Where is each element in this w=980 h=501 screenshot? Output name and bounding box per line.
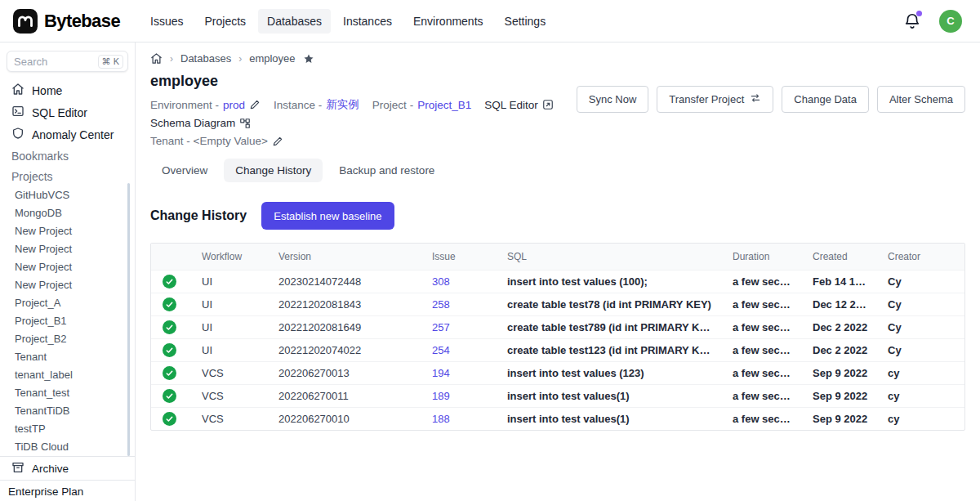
tab-change-history[interactable]: Change History — [224, 159, 323, 182]
issue-link[interactable]: 257 — [432, 321, 450, 333]
sql-cell: create table test789 (id int PRIMARY KEY… — [499, 316, 724, 339]
search-shortcut-badge: ⌘ K — [98, 55, 123, 69]
search-box[interactable]: ⌘ K — [7, 51, 128, 72]
sql-cell: insert into test values(1) — [499, 385, 724, 408]
sidebar-project-item[interactable]: tenant_label — [0, 366, 135, 384]
nav-item-environments[interactable]: Environments — [404, 9, 492, 34]
table-row[interactable]: VCS 202206270011 189 insert into test va… — [151, 385, 964, 408]
column-header: SQL — [499, 244, 724, 271]
issue-link[interactable]: 189 — [432, 390, 450, 402]
issue-link[interactable]: 194 — [432, 367, 450, 379]
page-title: employee — [150, 73, 577, 90]
nav-item-settings[interactable]: Settings — [496, 9, 555, 34]
sidebar-item-label: Home — [32, 84, 62, 97]
instance-link[interactable]: 新实例 — [326, 97, 359, 112]
sidebar-project-item[interactable]: Project_B1 — [0, 312, 135, 330]
notifications-bell-icon[interactable] — [903, 12, 921, 30]
change-data-button[interactable]: Change Data — [782, 86, 869, 113]
main-nav: Issues Projects Databases Instances Envi… — [141, 9, 555, 34]
top-navbar: Bytebase Issues Projects Databases Insta… — [0, 0, 980, 42]
tenant-label: Tenant - <Empty Value> — [150, 135, 268, 147]
table-row[interactable]: UI 20221202074022 254 create table test1… — [151, 339, 964, 362]
creator-cell: cy — [880, 408, 964, 431]
sidebar-item-home[interactable]: Home — [0, 79, 135, 101]
creator-cell: Cy — [880, 339, 964, 362]
duration-cell: a few seconds — [724, 293, 804, 316]
nav-item-databases[interactable]: Databases — [258, 9, 331, 34]
sidebar-project-item[interactable]: testTP — [0, 420, 135, 438]
schema-diagram-icon[interactable] — [239, 118, 251, 129]
sync-now-button[interactable]: Sync Now — [577, 86, 649, 113]
issue-link[interactable]: 254 — [432, 344, 450, 356]
sidebar-project-item[interactable]: TiDB Cloud — [0, 438, 135, 456]
transfer-project-button[interactable]: Transfer Project — [657, 86, 773, 113]
issue-cell: 257 — [424, 316, 499, 339]
success-check-icon — [163, 343, 176, 357]
projects-section-label: Projects — [0, 166, 135, 186]
table-row[interactable]: UI 20230214072448 308 insert into test v… — [151, 271, 964, 293]
issue-link[interactable]: 258 — [432, 298, 450, 311]
project-link[interactable]: Project_B1 — [417, 99, 471, 111]
issue-link[interactable]: 308 — [432, 275, 450, 288]
establish-baseline-button[interactable]: Establish new baseline — [261, 202, 394, 230]
alter-schema-button[interactable]: Alter Schema — [877, 86, 965, 113]
nav-item-issues[interactable]: Issues — [141, 9, 192, 34]
column-header: Version — [270, 244, 424, 271]
sidebar-project-item[interactable]: New Project — [0, 222, 135, 240]
external-link-icon[interactable] — [542, 99, 554, 110]
issue-link[interactable]: 188 — [432, 413, 450, 425]
edit-pencil-icon[interactable] — [272, 136, 283, 147]
brand-name: Bytebase — [44, 11, 120, 32]
sidebar-project-item[interactable]: Project_A — [0, 294, 135, 312]
sidebar-item-label: Anomaly Center — [32, 128, 114, 141]
sidebar-project-item[interactable]: Tenant_test — [0, 384, 135, 402]
table-row[interactable]: VCS 202206270013 194 insert into test va… — [151, 362, 964, 385]
breadcrumb-item-employee[interactable]: employee — [249, 52, 295, 65]
sidebar-item-archive[interactable]: Archive — [0, 457, 135, 480]
sidebar-project-item[interactable]: New Project — [0, 276, 135, 294]
page-head-left: employee Environment - prod Instance - 新… — [150, 73, 577, 147]
table-row[interactable]: UI 20221202081649 257 create table test7… — [151, 316, 964, 339]
column-header: Creator — [880, 244, 964, 271]
environment-label: Environment - — [150, 99, 219, 111]
breadcrumb-separator: › — [170, 53, 173, 65]
tabs: Overview Change History Backup and resto… — [150, 159, 965, 182]
table-row[interactable]: UI 20221202081843 258 create table test7… — [151, 293, 964, 316]
search-input[interactable] — [14, 56, 98, 68]
avatar[interactable]: C — [939, 10, 962, 33]
version-cell: 20221202081843 — [270, 293, 424, 316]
sidebar-project-item[interactable]: Project_B2 — [0, 330, 135, 348]
created-cell: Sep 9 2022 — [804, 362, 880, 385]
tab-overview[interactable]: Overview — [150, 159, 219, 182]
schema-diagram-link-label[interactable]: Schema Diagram — [150, 117, 235, 129]
home-icon — [11, 83, 24, 98]
bookmark-star-icon[interactable] — [303, 53, 314, 65]
sidebar-bottom: Archive Enterprise Plan — [0, 456, 135, 501]
created-cell: Sep 9 2022 — [804, 385, 880, 408]
sidebar-scrollbar[interactable] — [127, 183, 130, 456]
sidebar-item-anomaly-center[interactable]: Anomaly Center — [0, 123, 135, 145]
sidebar-project-item[interactable]: GitHubVCS — [0, 186, 135, 204]
brand[interactable]: Bytebase — [13, 9, 120, 34]
breadcrumb-item-databases[interactable]: Databases — [180, 52, 231, 65]
table-row[interactable]: VCS 202206270010 188 insert into test va… — [151, 408, 964, 431]
sidebar-item-label: Archive — [32, 463, 69, 475]
archive-icon — [11, 461, 24, 476]
duration-cell: a few seconds — [724, 339, 804, 362]
sidebar-project-item[interactable]: MongoDB — [0, 204, 135, 222]
status-cell — [151, 408, 194, 431]
sql-editor-link-label[interactable]: SQL Editor — [484, 99, 538, 111]
nav-item-instances[interactable]: Instances — [334, 9, 401, 34]
nav-item-projects[interactable]: Projects — [196, 9, 256, 34]
sidebar-item-sql-editor[interactable]: SQL Editor — [0, 101, 135, 123]
sidebar-project-item[interactable]: TenantTiDB — [0, 402, 135, 420]
breadcrumb-home-icon[interactable] — [150, 52, 163, 65]
sidebar-project-item[interactable]: New Project — [0, 258, 135, 276]
edit-pencil-icon[interactable] — [249, 99, 261, 110]
status-cell — [151, 271, 194, 293]
environment-link[interactable]: prod — [223, 99, 245, 111]
shield-icon — [11, 127, 24, 142]
tab-backup-and-restore[interactable]: Backup and restore — [327, 159, 446, 182]
sidebar-project-item[interactable]: Tenant — [0, 348, 135, 366]
sidebar-project-item[interactable]: New Project — [0, 240, 135, 258]
